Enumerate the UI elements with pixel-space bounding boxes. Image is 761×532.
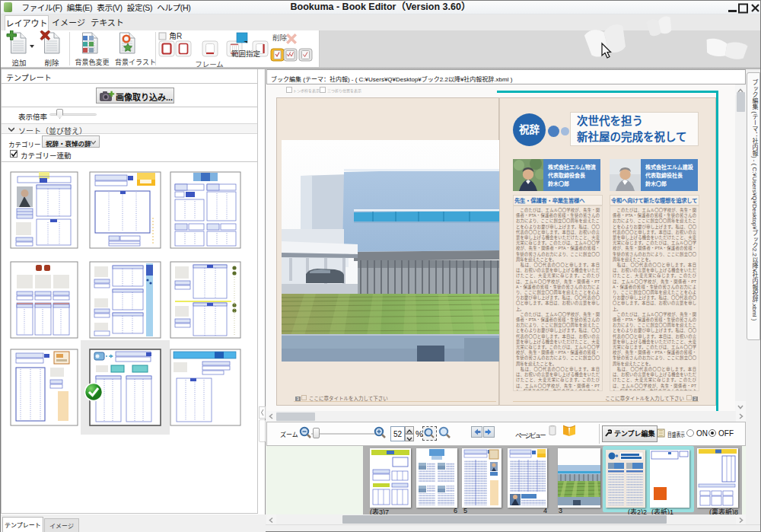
svg-text:範囲指定: 範囲指定 xyxy=(231,49,261,58)
svg-text:角R: 角R xyxy=(169,32,182,40)
svg-text:削除: 削除 xyxy=(272,33,288,42)
